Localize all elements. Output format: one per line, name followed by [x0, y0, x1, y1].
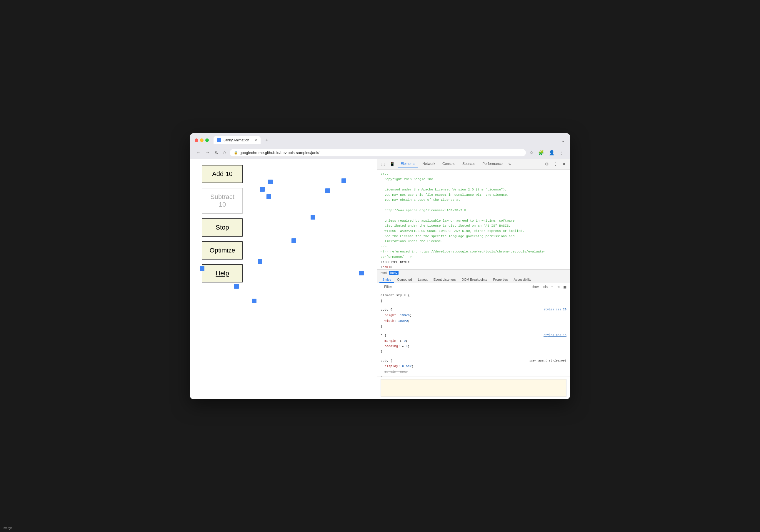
styles-toolbar: ⊡ :hov .cls + ⊞ ▣ [377, 283, 570, 291]
styles-tab-styles[interactable]: Styles [379, 276, 394, 283]
forward-button[interactable]: → [204, 149, 211, 156]
devtools-settings-button[interactable]: ⚙ [543, 160, 550, 167]
styles-panel: Styles Computed Layout Event Listeners D… [377, 276, 570, 399]
filter-icon: ⊡ [379, 285, 382, 289]
inspect-element-button[interactable]: ⬚ [379, 160, 387, 167]
styles-tabs: Styles Computed Layout Event Listeners D… [377, 276, 570, 283]
address-bar: ← → ↻ ⌂ 🔒 googlechrome.github.io/devtool… [190, 147, 570, 159]
subtract10-button[interactable]: Subtract 10 [202, 188, 243, 214]
lock-icon: 🔒 [234, 151, 238, 155]
css-selector-element-style: element.style { [381, 293, 566, 298]
styles-tab-dom-breakpoints[interactable]: DOM Breakpoints [459, 276, 490, 283]
browser-window: Janky Animation × + ⌄ ← → ↻ ⌂ 🔒 googlech… [190, 133, 570, 399]
tab-sources[interactable]: Sources [459, 160, 478, 168]
html-license-7: See the License for the specific languag… [381, 234, 566, 239]
toggle-colors-button[interactable]: ▣ [562, 284, 568, 289]
styles-tab-event-listeners[interactable]: Event Listeners [431, 276, 459, 283]
css-rule-universal: * { styles.css:15 margin: ▶ 0; padding: … [381, 333, 566, 355]
tab-performance[interactable]: Performance [479, 160, 505, 168]
title-bar: Janky Animation × + ⌄ [190, 133, 570, 147]
html-license-4: Unless required by applicable law or agr… [381, 218, 566, 224]
devtools-content: <!-- Copyright 2016 Google Inc. Licensed… [377, 170, 570, 399]
styles-tab-accessibility[interactable]: Accessibility [511, 276, 534, 283]
optimize-button[interactable]: Optimize [202, 241, 243, 259]
animated-square-4 [325, 188, 330, 193]
css-rule-body-ua: body { user agent stylesheet display: bl… [381, 358, 566, 377]
tab-title: Janky Animation [223, 138, 249, 142]
animated-square-7 [292, 238, 296, 243]
home-button[interactable]: ⌂ [222, 149, 227, 156]
traffic-lights [195, 138, 209, 142]
address-input[interactable]: 🔒 googlechrome.github.io/devtools-sample… [230, 149, 526, 156]
css-close-element-style: } [381, 298, 566, 304]
page-buttons: Add 10 Subtract 10 Stop Optimize Help [202, 165, 243, 283]
tab-elements[interactable]: Elements [398, 160, 418, 168]
css-prop-margin-ua: margin: 8px; [381, 369, 566, 375]
new-tab-button[interactable]: + [263, 136, 271, 145]
devtools-close-button[interactable]: ✕ [561, 160, 568, 167]
browser-tab[interactable]: Janky Animation × [214, 136, 261, 144]
breadcrumb-body[interactable]: body [389, 271, 399, 275]
css-prop-width: width: 100vw; [381, 318, 566, 324]
new-style-rule-button[interactable]: ⊞ [555, 284, 561, 289]
css-rules: element.style { } body { styles.css:20 [377, 291, 570, 377]
animated-square-11 [234, 284, 239, 288]
box-model-visual: margin – [381, 379, 566, 397]
breadcrumb-bar: html body [377, 270, 570, 276]
styles-tab-computed[interactable]: Computed [394, 276, 415, 283]
tab-console[interactable]: Console [439, 160, 458, 168]
css-rule-body-1: body { styles.css:20 height: 100vh; widt… [381, 307, 566, 329]
bookmark-button[interactable]: ☆ [528, 149, 535, 157]
minimize-traffic-light[interactable] [200, 138, 204, 142]
page-area: Add 10 Subtract 10 Stop Optimize Help [190, 159, 377, 399]
html-ref-comment: <!-- referenced in: https://developers.g… [381, 249, 566, 254]
close-traffic-light[interactable] [195, 138, 198, 142]
animated-square-5 [342, 178, 346, 183]
html-tag[interactable]: <html> [381, 265, 566, 269]
extensions-button[interactable]: 🧩 [537, 149, 545, 157]
stop-button[interactable]: Stop [202, 218, 243, 237]
html-source-panel: <!-- Copyright 2016 Google Inc. Licensed… [377, 170, 570, 270]
html-license-6: WITHOUT WARRANTIES OR CONDITIONS OF ANY … [381, 229, 566, 234]
html-license-2: you may not use this file except in comp… [381, 193, 566, 198]
reload-button[interactable]: ↻ [214, 149, 220, 157]
animated-square-1 [268, 180, 273, 184]
html-copyright: Copyright 2016 Google Inc. [381, 177, 566, 182]
animated-square-3 [260, 187, 265, 192]
maximize-traffic-light[interactable] [205, 138, 209, 142]
breadcrumb-html[interactable]: html [379, 271, 388, 275]
html-comment-end: --> [381, 244, 566, 249]
css-selector-universal: * { styles.css:15 [381, 333, 566, 338]
devtools-more-button[interactable]: ⋮ [552, 160, 559, 167]
css-prop-height: height: 100vh; [381, 313, 566, 318]
devtools-panel: ⬚ 📱 Elements Network Console Sources Per… [377, 159, 570, 399]
html-ref-comment2: performance/ --> [381, 254, 566, 260]
main-content: Add 10 Subtract 10 Stop Optimize Help [190, 159, 570, 399]
help-button[interactable]: Help [202, 264, 243, 283]
browser-toolbar-right: ☆ 🧩 👤 ⋮ [528, 149, 565, 157]
html-doctype: <!DOCTYPE html> [381, 260, 566, 265]
tab-network[interactable]: Network [419, 160, 438, 168]
css-prop-display: display: block; [381, 364, 566, 369]
animated-square-10 [359, 271, 364, 275]
styles-tab-layout[interactable]: Layout [415, 276, 431, 283]
add10-button[interactable]: Add 10 [202, 165, 243, 183]
add-style-button[interactable]: + [550, 284, 554, 289]
menu-button[interactable]: ⋮ [558, 149, 565, 157]
device-toolbar-button[interactable]: 📱 [388, 160, 397, 167]
profile-button[interactable]: 👤 [547, 149, 556, 157]
box-model-dash: – [473, 386, 474, 389]
cls-button[interactable]: .cls [541, 284, 549, 289]
more-tabs-button[interactable]: » [507, 160, 513, 167]
filter-input[interactable] [384, 285, 529, 289]
animated-square-9 [258, 259, 262, 264]
tab-favicon [217, 138, 221, 142]
back-button[interactable]: ← [195, 149, 202, 156]
animated-square-12 [252, 299, 257, 303]
window-expand-button[interactable]: ⌄ [561, 137, 565, 144]
css-rule-element-style: element.style { } [381, 293, 566, 304]
html-license-8: limitations under the License. [381, 239, 566, 244]
styles-tab-properties[interactable]: Properties [490, 276, 511, 283]
hov-button[interactable]: :hov [531, 284, 540, 289]
tab-close-button[interactable]: × [255, 138, 257, 143]
